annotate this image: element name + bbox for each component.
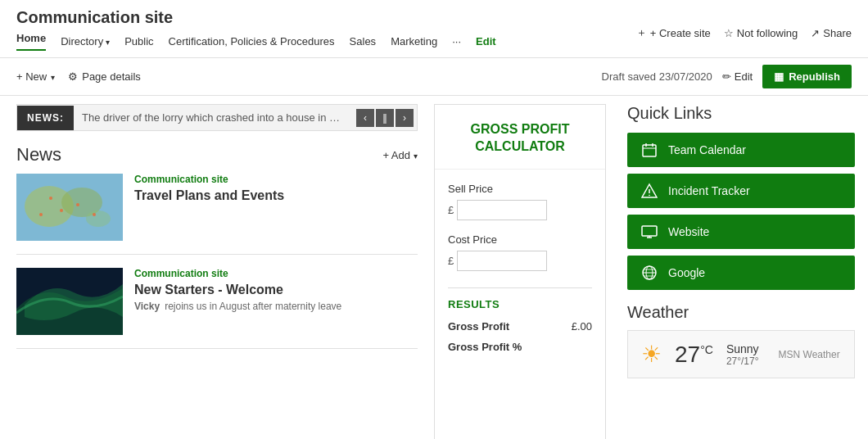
- nav-edit[interactable]: Edit: [476, 35, 496, 48]
- weather-card: ☀ 27°C Sunny 27°/17° MSN Weather: [627, 330, 855, 378]
- cost-price-input[interactable]: [457, 251, 547, 271]
- news-item[interactable]: Communication site Travel Plans and Even…: [16, 174, 418, 255]
- news-header: News + Add: [16, 144, 418, 165]
- warning-icon: [640, 182, 658, 200]
- gross-profit-row: Gross Profit £.00: [448, 320, 592, 333]
- new-button[interactable]: + New: [16, 70, 55, 83]
- nav-marketing[interactable]: Marketing: [391, 35, 437, 48]
- news-ticker-text: The driver of the lorry which crashed in…: [74, 105, 353, 130]
- news-source-travel: Communication site: [134, 174, 418, 185]
- nav-directory[interactable]: Directory: [61, 35, 110, 48]
- sell-price-label: Sell Price: [448, 183, 592, 195]
- news-author: Vicky: [134, 301, 160, 312]
- svg-point-5: [60, 209, 63, 212]
- news-item[interactable]: Communication site New Starters - Welcom…: [16, 268, 418, 349]
- cost-price-input-row: £: [448, 251, 592, 271]
- toolbar-right: Draft saved 23/07/2020 ✏ Edit ▦ Republis…: [602, 65, 852, 88]
- website-label: Website: [668, 225, 709, 238]
- results-label: RESULTS: [448, 298, 592, 310]
- pencil-icon: ✏: [722, 70, 731, 83]
- gross-profit-pct-label: Gross Profit %: [448, 341, 522, 353]
- globe-icon: [640, 264, 658, 282]
- share-icon: ↗: [811, 27, 820, 39]
- news-section-title: News: [16, 144, 61, 165]
- svg-point-7: [93, 213, 96, 216]
- share-button[interactable]: ↗ Share: [811, 27, 852, 39]
- quick-links-title: Quick Links: [627, 104, 855, 123]
- news-ticker: NEWS: The driver of the lorry which cras…: [16, 104, 418, 131]
- news-thumb-starters: [16, 268, 123, 335]
- site-title: Communication site: [16, 8, 496, 27]
- top-nav: Communication site Home Directory Public…: [0, 0, 868, 58]
- calc-divider: [448, 287, 592, 288]
- news-item-body-starters: Communication site New Starters - Welcom…: [134, 268, 418, 312]
- news-next-button[interactable]: ›: [396, 109, 414, 127]
- create-site-button[interactable]: ＋ + Create site: [636, 25, 711, 40]
- calculator-panel: GROSS PROFIT CALCULATOR Sell Price £ Cos…: [434, 104, 606, 439]
- weather-unit: °C: [700, 342, 713, 355]
- website-button[interactable]: Website: [627, 215, 855, 249]
- gear-icon: ⚙: [68, 70, 78, 83]
- nav-sales[interactable]: Sales: [350, 35, 377, 48]
- svg-point-3: [86, 210, 111, 227]
- nav-links: Home Directory Public Certification, Pol…: [16, 32, 496, 57]
- not-following-button[interactable]: ☆ Not following: [724, 27, 798, 39]
- svg-point-6: [76, 203, 79, 206]
- news-title-travel: Travel Plans and Events: [134, 188, 418, 203]
- weather-source: MSN Weather: [779, 349, 840, 360]
- svg-rect-17: [642, 226, 657, 236]
- svg-point-16: [649, 195, 650, 197]
- republish-button[interactable]: ▦ Republish: [762, 65, 852, 88]
- sun-icon: ☀: [641, 341, 662, 368]
- news-items: Communication site Travel Plans and Even…: [16, 174, 418, 349]
- plus-icon: ＋: [636, 25, 647, 40]
- gross-profit-pct-row: Gross Profit %: [448, 341, 592, 353]
- top-right-actions: ＋ + Create site ☆ Not following ↗ Share: [636, 25, 852, 40]
- toolbar: + New ⚙ Page details Draft saved 23/07/2…: [0, 58, 868, 96]
- page-details-button[interactable]: ⚙ Page details: [68, 70, 141, 83]
- news-pause-button[interactable]: ‖: [376, 109, 394, 127]
- incident-tracker-button[interactable]: Incident Tracker: [627, 174, 855, 208]
- nav-more[interactable]: ···: [452, 35, 461, 48]
- nav-home[interactable]: Home: [16, 32, 46, 51]
- calculator-fields: Sell Price £ Cost Price £ RESULTS Gross …: [435, 170, 605, 374]
- toolbar-left: + New ⚙ Page details: [16, 70, 141, 83]
- cost-price-label: Cost Price: [448, 233, 592, 246]
- weather-condition: Sunny: [726, 342, 759, 355]
- google-button[interactable]: Google: [627, 256, 855, 290]
- edit-button[interactable]: ✏ Edit: [722, 70, 753, 83]
- news-excerpt-starters: Vicky rejoins us in August after materni…: [134, 301, 418, 312]
- cost-price-currency: £: [448, 255, 454, 267]
- gross-profit-value: £.00: [572, 320, 592, 333]
- news-add-button[interactable]: + Add: [382, 149, 418, 161]
- weather-info: Sunny 27°/17°: [726, 342, 759, 367]
- nav-certification[interactable]: Certification, Policies & Procedures: [169, 35, 335, 48]
- draft-saved-label: Draft saved 23/07/2020: [602, 70, 712, 83]
- sell-price-input[interactable]: [457, 200, 547, 220]
- calculator-title: GROSS PROFIT CALCULATOR: [435, 105, 605, 170]
- weather-range: 27°/17°: [726, 355, 759, 367]
- sell-price-field: Sell Price £: [448, 183, 592, 220]
- team-calendar-label: Team Calendar: [668, 143, 746, 156]
- news-prev-button[interactable]: ‹: [356, 109, 374, 127]
- weather-section: Weather ☀ 27°C Sunny 27°/17° MSN Weather: [627, 303, 855, 378]
- gross-profit-label: Gross Profit: [448, 320, 509, 333]
- nav-public[interactable]: Public: [124, 35, 153, 48]
- team-calendar-button[interactable]: Team Calendar: [627, 133, 855, 167]
- directory-chevron-icon: [106, 35, 110, 48]
- world-map-thumbnail: [16, 174, 123, 241]
- news-title-starters: New Starters - Welcome: [134, 283, 418, 297]
- sell-price-input-row: £: [448, 200, 592, 220]
- sell-price-currency: £: [448, 204, 454, 216]
- news-ticker-controls: ‹ ‖ ›: [353, 106, 417, 130]
- news-ticker-label: NEWS:: [17, 106, 74, 130]
- news-source-starters: Communication site: [134, 268, 418, 279]
- monitor-icon: [640, 223, 658, 241]
- google-label: Google: [668, 266, 705, 279]
- news-thumb-travel: [16, 174, 123, 241]
- weather-temp: 27°C: [675, 342, 713, 368]
- republish-icon: ▦: [774, 70, 784, 83]
- svg-rect-10: [643, 145, 656, 156]
- svg-point-8: [39, 213, 43, 216]
- news-item-body-travel: Communication site Travel Plans and Even…: [134, 174, 418, 206]
